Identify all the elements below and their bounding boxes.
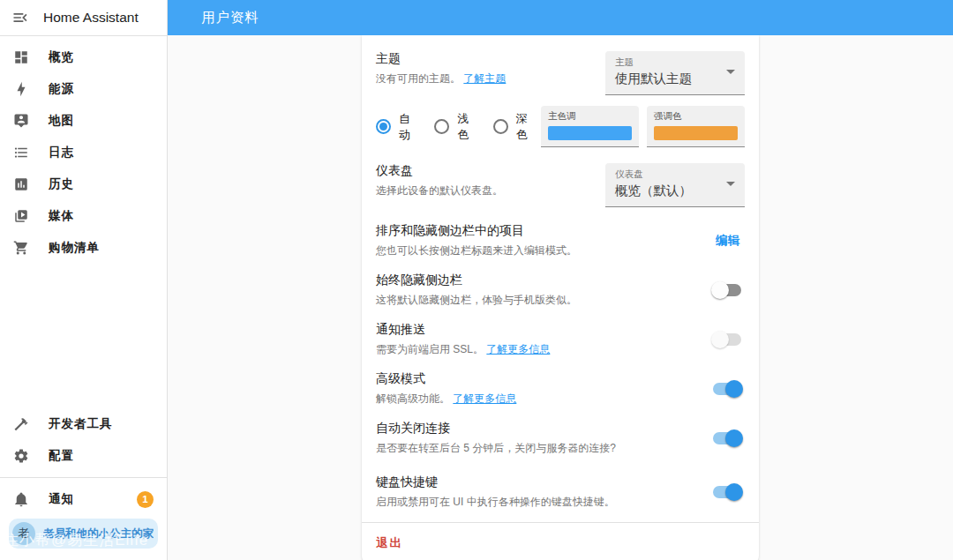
app-title: Home Assistant [43,10,139,26]
auto-close-description: 是否要在转至后台 5 分钟后，关闭与服务器的连接? [376,441,701,456]
radio-theme-light[interactable]: 浅色 [434,111,474,143]
sidebar-item-map[interactable]: 地图 [0,105,167,137]
dashboard-select[interactable]: 仪表盘 概览（默认） [605,163,745,207]
keyboard-shortcuts-description: 启用或禁用可在 UI 中执行各种操作的键盘快捷键。 [376,495,701,510]
radio-theme-auto[interactable]: 自动 [376,111,416,143]
sidebar-edit-description: 您也可以长按侧边栏标题来进入编辑模式。 [376,243,700,258]
sidebar-item-label: 能源 [49,81,74,97]
sidebar-item-developer-tools[interactable]: 开发者工具 [0,408,167,440]
sidebar-item-label: 配置 [49,448,74,464]
app-window: Home Assistant 概览 能源 地图 日志 [0,0,953,560]
sidebar-item-configuration[interactable]: 配置 [0,440,167,472]
sidebar-item-label: 开发者工具 [49,416,113,432]
sidebar-spacer [0,264,167,408]
auto-close-toggle[interactable] [711,429,743,447]
profile-settings-card: 主题 没有可用的主题。 了解主题 主题 使用默认主题 自动 [362,35,759,560]
accent-color-swatch [654,126,738,140]
sidebar-item-logbook[interactable]: 日志 [0,137,167,168]
keyboard-shortcuts-text: 键盘快捷键 启用或禁用可在 UI 中执行各种操作的键盘快捷键。 [376,474,711,510]
bell-icon [13,491,29,507]
advanced-mode-toggle[interactable] [711,380,743,398]
advanced-mode-description: 解锁高级功能。 了解更多信息 [376,392,701,407]
theme-select[interactable]: 主题 使用默认主题 [605,51,745,95]
advanced-mode-row: 高级模式 解锁高级功能。 了解更多信息 [362,364,759,414]
radio-label: 深色 [516,111,533,143]
notification-badge: 1 [137,491,154,508]
cart-icon [13,240,29,256]
hammer-icon [13,416,29,432]
push-notifications-help-link[interactable]: 了解更多信息 [486,343,550,355]
chart-box-icon [13,176,29,192]
sidebar-item-label: 日志 [49,145,74,161]
menu-open-icon[interactable] [11,9,29,26]
hide-sidebar-row: 始终隐藏侧边栏 这将默认隐藏侧边栏，体验与手机版类似。 [362,265,759,315]
accent-color-picker[interactable]: 强调色 [647,106,745,147]
sidebar-item-media[interactable]: 媒体 [0,200,167,232]
view-dashboard-icon [13,49,29,65]
auto-close-text: 自动关闭连接 是否要在转至后台 5 分钟后，关闭与服务器的连接? [376,421,711,456]
lightning-bolt-icon [13,81,29,97]
dashboard-select-value: 概览（默认） [615,183,735,199]
hide-sidebar-toggle[interactable] [711,281,743,299]
theme-description-text: 没有可用的主题。 [376,72,461,85]
tooltip-account-icon [13,113,29,129]
sidebar-item-label: 概览 [49,49,74,65]
sidebar-item-history[interactable]: 历史 [0,168,167,200]
sidebar-notifications-section: 通知 1 [0,483,167,515]
keyboard-shortcuts-toggle[interactable] [711,483,743,501]
advanced-mode-description-text: 解锁高级功能。 [376,392,450,405]
chevron-down-icon [726,182,735,186]
theme-title: 主题 [376,51,506,67]
sidebar-item-label: 历史 [49,176,74,192]
hide-sidebar-title: 始终隐藏侧边栏 [376,273,701,288]
sidebar-edit-row: 排序和隐藏侧边栏中的项目 您也可以长按侧边栏标题来进入编辑模式。 编辑 [362,216,759,265]
theme-help-link[interactable]: 了解主题 [463,72,506,85]
push-notifications-text: 通知推送 需要为前端启用 SSL。 了解更多信息 [376,322,711,357]
hide-sidebar-description: 这将默认隐藏侧边栏，体验与手机版类似。 [376,293,701,308]
sidebar-item-energy[interactable]: 能源 [0,73,167,105]
sidebar-item-label: 媒体 [49,208,74,224]
format-list-bulleted-icon [13,145,29,161]
sidebar-item-label: 购物清单 [49,240,100,256]
radio-selected-icon [376,119,391,134]
profile-name: 老易和他的小公主的家 [43,526,154,541]
push-notifications-toggle[interactable] [711,331,743,348]
radio-unselected-icon [434,119,449,134]
push-notifications-title: 通知推送 [376,322,701,338]
edit-button[interactable]: 编辑 [710,229,745,252]
sidebar-edit-title: 排序和隐藏侧边栏中的项目 [376,223,700,239]
logout-section: 退出 [362,522,759,560]
sidebar-divider [0,477,167,478]
primary-color-swatch [548,126,632,140]
sidebar-item-overview[interactable]: 概览 [0,41,167,73]
radio-theme-dark[interactable]: 深色 [493,111,533,143]
advanced-mode-help-link[interactable]: 了解更多信息 [453,392,516,405]
toggle-thumb [711,281,729,299]
theme-select-value: 使用默认主题 [615,71,735,87]
avatar: 老 [12,522,35,545]
sidebar-item-label: 通知 [49,491,74,507]
sidebar-item-notifications[interactable]: 通知 1 [0,483,167,515]
logout-button[interactable]: 退出 [376,535,403,551]
toggle-thumb [725,483,743,501]
keyboard-shortcuts-title: 键盘快捷键 [376,474,701,490]
dashboard-text: 仪表盘 选择此设备的默认仪表盘。 [376,163,503,198]
push-notifications-row: 通知推送 需要为前端启用 SSL。 了解更多信息 [362,315,759,364]
sidebar-nav: 概览 能源 地图 日志 历史 [0,36,167,264]
radio-label: 浅色 [457,111,474,143]
primary-color-picker[interactable]: 主色调 [541,106,639,147]
accent-color-label: 强调色 [654,110,738,123]
app-header: 用户资料 [168,0,953,35]
dashboard-select-label: 仪表盘 [615,168,735,181]
toggle-thumb [725,380,743,398]
theme-text: 主题 没有可用的主题。 了解主题 [376,51,506,86]
push-notifications-description-text: 需要为前端启用 SSL。 [376,343,484,355]
sidebar-item-label: 地图 [49,113,74,129]
dashboard-description: 选择此设备的默认仪表盘。 [376,183,503,198]
main-content: 主题 没有可用的主题。 了解主题 主题 使用默认主题 自动 [168,35,953,560]
sidebar-profile[interactable]: 老 老易和他的小公主的家 [9,519,158,549]
dashboard-title: 仪表盘 [376,163,503,179]
sidebar-item-shopping-list[interactable]: 购物清单 [0,232,167,264]
sidebar: Home Assistant 概览 能源 地图 日志 [0,0,168,560]
chevron-down-icon [726,70,735,74]
